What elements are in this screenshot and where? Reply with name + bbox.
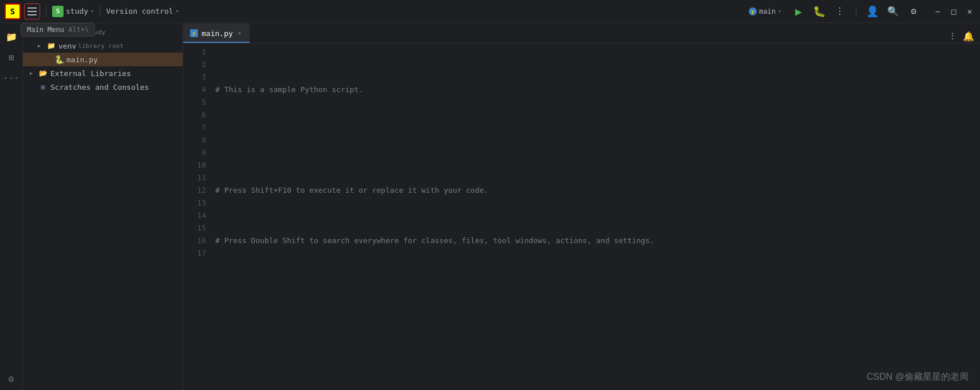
arrow-external-libs: ▶ bbox=[30, 70, 38, 76]
more-options-button[interactable]: ⋮ bbox=[833, 5, 847, 18]
notification-bell-icon[interactable]: 🔔 bbox=[962, 29, 975, 43]
settings-button[interactable]: ⚙ bbox=[907, 5, 920, 18]
profile-button[interactable]: 👤 bbox=[866, 5, 879, 18]
titlebar-right: y main ▾ ▶ 🐛 ⋮ 👤 🔍 ⚙ − □ × bbox=[745, 5, 975, 18]
main-menu-button[interactable] bbox=[24, 3, 40, 19]
maximize-button[interactable]: □ bbox=[948, 6, 959, 17]
search-everywhere-button[interactable]: 🔍 bbox=[886, 5, 900, 18]
run-config[interactable]: y main ▾ bbox=[745, 6, 785, 17]
code-line-4: # Press Double Shift to search everywher… bbox=[215, 234, 975, 247]
tree-item-scratches[interactable]: ≡ Scratches and Consoles bbox=[23, 80, 183, 94]
tab-bar: y main.py × ⋮ 🔔 bbox=[183, 23, 980, 43]
run-config-chevron-icon: ▾ bbox=[778, 8, 781, 14]
project-name[interactable]: S study ▾ bbox=[52, 6, 94, 17]
code-line-3: # Press Shift+F10 to execute it or repla… bbox=[215, 184, 975, 197]
arrow-venv: ▶ bbox=[38, 43, 46, 49]
project-chevron-icon: ▾ bbox=[90, 8, 94, 14]
close-button[interactable]: × bbox=[964, 6, 975, 17]
editor-area: y main.py × ⋮ 🔔 1 2 3 4 5 6 7 8 9 10 bbox=[183, 23, 980, 390]
tab-bar-actions: ⋮ 🔔 bbox=[941, 29, 980, 43]
tree-item-external-libs[interactable]: ▶ 📂 External Libraries bbox=[23, 66, 183, 80]
structure-icon[interactable]: ⊞ bbox=[2, 48, 21, 66]
code-content[interactable]: # This is a sample Python script. ✓ # Pr… bbox=[211, 43, 980, 390]
run-button[interactable]: ▶ bbox=[792, 5, 805, 18]
project-s-icon: S bbox=[52, 6, 64, 17]
file-tree-icon[interactable]: 📁 bbox=[2, 27, 21, 46]
code-editor[interactable]: 1 2 3 4 5 6 7 8 9 10 11 12 13 14 15 16 1… bbox=[183, 43, 980, 390]
folder-icon-venv: 📁 bbox=[46, 41, 56, 51]
version-control[interactable]: Version control ▾ bbox=[106, 7, 179, 15]
app-icon: S bbox=[5, 3, 21, 19]
tree-item-main-py[interactable]: 🐍 main.py bbox=[23, 53, 183, 66]
folder-icon-external: 📂 bbox=[38, 68, 48, 78]
more-tools-icon[interactable]: ··· bbox=[2, 69, 21, 87]
main-menu-tooltip: Main Menu Alt+\ bbox=[21, 23, 95, 37]
tab-py-icon: y bbox=[190, 29, 198, 37]
settings-icon[interactable]: ⚙ bbox=[2, 372, 21, 390]
sidebar-icons: 📁 ⊞ ··· ⚙ bbox=[0, 23, 23, 390]
separator2 bbox=[100, 6, 100, 17]
tree-item-venv[interactable]: ▶ 📁 venv library root bbox=[23, 39, 183, 53]
python-file-icon: 🐍 bbox=[54, 54, 64, 65]
window-controls: − □ × bbox=[932, 6, 975, 17]
titlebar-left: S Main Menu Alt+\ S study ▾ Version cont… bbox=[5, 3, 742, 19]
main-area: 📁 ⊞ ··· ⚙ ▼ 📁 study E:\study ▶ 📁 venv li… bbox=[0, 23, 980, 390]
code-line-1: # This is a sample Python script. ✓ bbox=[215, 83, 975, 96]
tab-settings-button[interactable]: ⋮ bbox=[946, 29, 959, 43]
file-tree: ▼ 📁 study E:\study ▶ 📁 venv library root… bbox=[23, 23, 183, 390]
line-numbers: 1 2 3 4 5 6 7 8 9 10 11 12 13 14 15 16 1… bbox=[183, 43, 211, 390]
separator bbox=[46, 6, 46, 17]
minimize-button[interactable]: − bbox=[932, 6, 943, 17]
vc-chevron-icon: ▾ bbox=[176, 8, 179, 14]
code-line-6 bbox=[215, 335, 975, 348]
scratches-icon: ≡ bbox=[38, 82, 48, 92]
code-line-5 bbox=[215, 285, 975, 297]
debug-button[interactable]: 🐛 bbox=[812, 5, 826, 18]
code-line-2 bbox=[215, 134, 975, 146]
titlebar: S Main Menu Alt+\ S study ▾ Version cont… bbox=[0, 0, 980, 23]
watermark: CSDN @偷藏星星的老周 bbox=[867, 371, 969, 383]
run-config-icon: y bbox=[749, 7, 757, 15]
code-line-7: 1 usage def print_hi(name): bbox=[215, 385, 975, 390]
tab-close-button[interactable]: × bbox=[236, 28, 243, 38]
tab-main-py[interactable]: y main.py × bbox=[183, 23, 250, 43]
separator3 bbox=[856, 6, 856, 17]
